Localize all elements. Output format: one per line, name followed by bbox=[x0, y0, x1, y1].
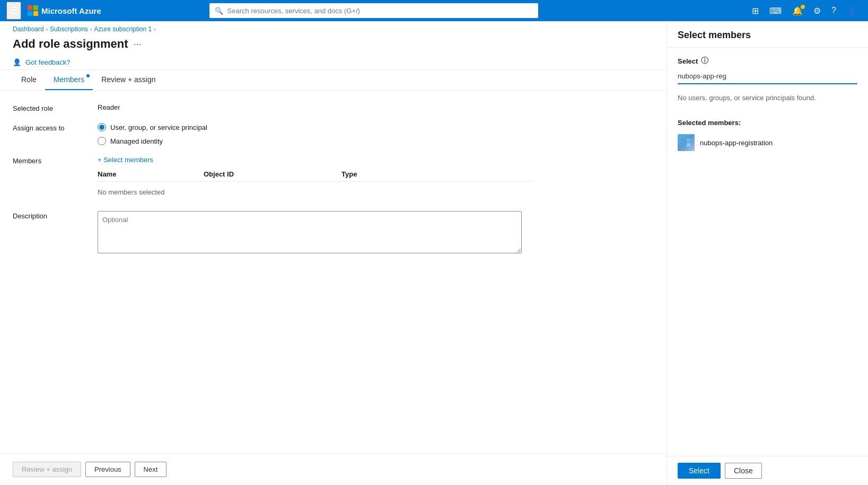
description-textarea[interactable] bbox=[98, 211, 522, 253]
col-header-objectid: Object ID bbox=[204, 170, 341, 178]
tab-role[interactable]: Role bbox=[13, 70, 45, 90]
tab-review-assign[interactable]: Review + assign bbox=[93, 70, 164, 90]
svg-rect-1 bbox=[33, 5, 38, 10]
selected-role-row: Selected role Reader bbox=[13, 103, 654, 112]
breadcrumb: Dashboard › Subscriptions › Azure subscr… bbox=[0, 21, 667, 37]
description-row: Description bbox=[13, 211, 654, 255]
radio-managed-identity-label: Managed identity bbox=[110, 137, 163, 145]
members-row: Members + Select members Name Object ID … bbox=[13, 156, 654, 200]
more-options-icon[interactable]: ··· bbox=[134, 39, 142, 50]
breadcrumb-subscriptions[interactable]: Subscriptions bbox=[50, 25, 88, 33]
topnav: ☰ Microsoft Azure 🔍 ⊞ ⌨ 🔔 ⚙ ? 👤 bbox=[0, 0, 868, 21]
panel-selected-members-label: Selected members: bbox=[678, 119, 857, 127]
panel-no-results: No users, groups, or service principals … bbox=[678, 90, 857, 106]
review-assign-button[interactable]: Review + assign bbox=[13, 462, 81, 477]
col-header-type: Type bbox=[341, 170, 532, 178]
radio-group: User, group, or service principal Manage… bbox=[98, 123, 654, 145]
col-header-name: Name bbox=[98, 170, 204, 178]
account-icon[interactable]: 👤 bbox=[843, 4, 862, 18]
svg-rect-4 bbox=[682, 138, 686, 142]
svg-rect-5 bbox=[687, 138, 690, 142]
breadcrumb-sep-3: › bbox=[154, 27, 155, 32]
members-section: + Select members Name Object ID Type No … bbox=[98, 156, 654, 200]
form-area: Selected role Reader Assign access to Us… bbox=[0, 91, 667, 453]
panel-body: Select ⓘ No users, groups, or service pr… bbox=[667, 48, 868, 456]
assign-access-label: Assign access to bbox=[13, 123, 98, 132]
svg-rect-0 bbox=[28, 5, 32, 10]
brand-name: Microsoft Azure bbox=[41, 6, 101, 15]
breadcrumb-current: Azure subscription 1 bbox=[94, 25, 152, 33]
panel-header: Select members bbox=[667, 21, 868, 48]
members-label: Members bbox=[13, 156, 98, 165]
radio-managed-identity[interactable]: Managed identity bbox=[98, 137, 654, 145]
page-title: Add role assignment bbox=[13, 37, 128, 51]
assign-access-options: User, group, or service principal Manage… bbox=[98, 123, 654, 145]
main-layout: Dashboard › Subscriptions › Azure subscr… bbox=[0, 21, 868, 485]
content-area: Dashboard › Subscriptions › Azure subscr… bbox=[0, 21, 667, 485]
feedback-bar: 👤 Got feedback? bbox=[0, 55, 667, 70]
svg-rect-7 bbox=[687, 143, 690, 147]
settings-icon[interactable]: ⚙ bbox=[809, 4, 825, 18]
select-members-button[interactable]: + Select members bbox=[98, 156, 153, 164]
previous-button[interactable]: Previous bbox=[85, 462, 130, 477]
selected-role-value: Reader bbox=[98, 103, 654, 111]
description-label: Description bbox=[13, 211, 98, 220]
right-panel: Select members Select ⓘ No users, groups… bbox=[667, 21, 868, 485]
nav-icons: ⊞ ⌨ 🔔 ⚙ ? 👤 bbox=[748, 4, 862, 18]
members-table: Name Object ID Type No members selected bbox=[98, 170, 532, 200]
search-icon: 🔍 bbox=[215, 7, 223, 15]
feedback-link[interactable]: Got feedback? bbox=[25, 58, 71, 66]
next-button[interactable]: Next bbox=[135, 462, 167, 477]
radio-user-group[interactable]: User, group, or service principal bbox=[98, 123, 654, 131]
tab-members[interactable]: Members bbox=[45, 70, 93, 90]
selected-role-label: Selected role bbox=[13, 103, 98, 112]
hamburger-icon[interactable]: ☰ bbox=[6, 2, 21, 20]
breadcrumb-sep-1: › bbox=[46, 27, 48, 32]
svg-rect-3 bbox=[33, 11, 38, 16]
selected-member-item: nubops-app-registration bbox=[678, 131, 857, 154]
page-header: Add role assignment ··· bbox=[0, 37, 667, 55]
notifications-icon[interactable]: 🔔 bbox=[788, 4, 807, 18]
svg-rect-6 bbox=[682, 143, 686, 147]
radio-user-group-label: User, group, or service principal bbox=[110, 124, 207, 131]
info-icon: ⓘ bbox=[701, 56, 708, 66]
description-value bbox=[98, 211, 654, 255]
members-table-header: Name Object ID Type bbox=[98, 170, 532, 182]
cloud-shell-icon[interactable]: ⌨ bbox=[765, 4, 786, 18]
tab-members-dot bbox=[86, 74, 90, 77]
selected-member-name: nubops-app-registration bbox=[700, 139, 773, 147]
panel-select-label: Select ⓘ bbox=[678, 56, 857, 66]
svg-rect-2 bbox=[28, 11, 32, 16]
radio-managed-identity-input[interactable] bbox=[98, 137, 106, 145]
portal-icon[interactable]: ⊞ bbox=[748, 4, 763, 18]
bottom-bar: Review + assign Previous Next bbox=[0, 453, 667, 485]
panel-search-input[interactable] bbox=[678, 69, 857, 84]
members-empty-text: No members selected bbox=[98, 184, 532, 200]
panel-close-button[interactable]: Close bbox=[725, 463, 762, 479]
brand: Microsoft Azure bbox=[28, 5, 101, 16]
search-input[interactable] bbox=[227, 7, 533, 15]
help-icon[interactable]: ? bbox=[827, 4, 840, 17]
panel-footer: Select Close bbox=[667, 456, 868, 485]
assign-access-row: Assign access to User, group, or service… bbox=[13, 123, 654, 145]
panel-select-button[interactable]: Select bbox=[678, 463, 721, 479]
breadcrumb-dashboard[interactable]: Dashboard bbox=[13, 25, 44, 33]
search-bar: 🔍 bbox=[209, 3, 538, 18]
tabs: Role Members Review + assign bbox=[0, 70, 667, 91]
selected-member-avatar bbox=[678, 134, 695, 151]
radio-user-group-input[interactable] bbox=[98, 123, 106, 131]
panel-title: Select members bbox=[678, 30, 857, 41]
feedback-person-icon: 👤 bbox=[13, 58, 21, 66]
breadcrumb-sep-2: › bbox=[90, 27, 92, 32]
